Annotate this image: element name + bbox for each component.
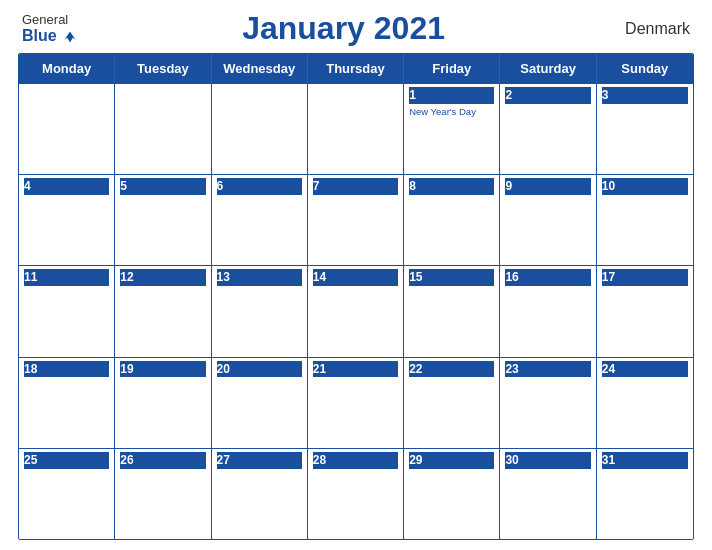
cal-cell-0-6: 3 [597, 84, 693, 174]
header-tuesday: Tuesday [115, 54, 211, 83]
page: General Blue January 2021 Denmark Monday… [0, 0, 712, 550]
day-number: 15 [409, 269, 494, 286]
cal-cell-1-0: 4 [19, 175, 115, 265]
cal-cell-3-5: 23 [500, 358, 596, 448]
calendar-title: January 2021 [77, 10, 610, 47]
day-number: 28 [313, 452, 398, 469]
header: General Blue January 2021 Denmark [18, 10, 694, 47]
cal-cell-4-6: 31 [597, 449, 693, 539]
day-number: 11 [24, 269, 109, 286]
cal-cell-4-2: 27 [212, 449, 308, 539]
cal-cell-4-4: 29 [404, 449, 500, 539]
day-number: 2 [505, 87, 590, 104]
logo-bird-icon [63, 30, 77, 44]
week-row-1: 1New Year's Day23 [19, 83, 693, 174]
header-friday: Friday [404, 54, 500, 83]
day-number: 21 [313, 361, 398, 378]
country-label: Denmark [610, 20, 690, 38]
day-number: 14 [313, 269, 398, 286]
cal-cell-1-2: 6 [212, 175, 308, 265]
cal-cell-4-1: 26 [115, 449, 211, 539]
svg-marker-0 [65, 31, 76, 42]
day-number: 9 [505, 178, 590, 195]
day-number: 5 [120, 178, 205, 195]
logo-general-text: General [22, 13, 68, 27]
day-number: 20 [217, 361, 302, 378]
holiday-label: New Year's Day [409, 106, 494, 118]
cal-cell-2-1: 12 [115, 266, 211, 356]
cal-cell-3-0: 18 [19, 358, 115, 448]
cal-cell-0-5: 2 [500, 84, 596, 174]
day-number: 12 [120, 269, 205, 286]
header-wednesday: Wednesday [212, 54, 308, 83]
cal-cell-1-4: 8 [404, 175, 500, 265]
cal-cell-3-3: 21 [308, 358, 404, 448]
cal-cell-4-5: 30 [500, 449, 596, 539]
day-number: 22 [409, 361, 494, 378]
logo: General Blue [22, 13, 77, 45]
day-number: 18 [24, 361, 109, 378]
day-number: 24 [602, 361, 688, 378]
day-number: 27 [217, 452, 302, 469]
calendar: Monday Tuesday Wednesday Thursday Friday… [18, 53, 694, 540]
logo-blue-text: Blue [22, 27, 77, 45]
day-number: 23 [505, 361, 590, 378]
header-saturday: Saturday [500, 54, 596, 83]
cal-cell-2-4: 15 [404, 266, 500, 356]
cal-cell-0-3 [308, 84, 404, 174]
cal-cell-2-6: 17 [597, 266, 693, 356]
cal-cell-1-3: 7 [308, 175, 404, 265]
header-thursday: Thursday [308, 54, 404, 83]
day-number: 8 [409, 178, 494, 195]
day-number: 13 [217, 269, 302, 286]
cal-cell-0-0 [19, 84, 115, 174]
cal-cell-2-3: 14 [308, 266, 404, 356]
day-number: 16 [505, 269, 590, 286]
day-number: 4 [24, 178, 109, 195]
day-number: 25 [24, 452, 109, 469]
day-number: 19 [120, 361, 205, 378]
cal-cell-1-1: 5 [115, 175, 211, 265]
cal-cell-3-2: 20 [212, 358, 308, 448]
cal-cell-0-1 [115, 84, 211, 174]
day-number: 3 [602, 87, 688, 104]
cal-cell-3-1: 19 [115, 358, 211, 448]
header-sunday: Sunday [597, 54, 693, 83]
day-number: 30 [505, 452, 590, 469]
cal-cell-0-4: 1New Year's Day [404, 84, 500, 174]
day-number: 1 [409, 87, 494, 104]
cal-cell-3-6: 24 [597, 358, 693, 448]
calendar-header: Monday Tuesday Wednesday Thursday Friday… [19, 54, 693, 83]
week-row-5: 25262728293031 [19, 448, 693, 539]
week-row-4: 18192021222324 [19, 357, 693, 448]
calendar-body: 1New Year's Day2345678910111213141516171… [19, 83, 693, 539]
week-row-3: 11121314151617 [19, 265, 693, 356]
cal-cell-3-4: 22 [404, 358, 500, 448]
day-number: 6 [217, 178, 302, 195]
day-number: 29 [409, 452, 494, 469]
header-monday: Monday [19, 54, 115, 83]
day-number: 31 [602, 452, 688, 469]
cal-cell-4-3: 28 [308, 449, 404, 539]
cal-cell-2-2: 13 [212, 266, 308, 356]
cal-cell-2-5: 16 [500, 266, 596, 356]
day-number: 26 [120, 452, 205, 469]
cal-cell-2-0: 11 [19, 266, 115, 356]
cal-cell-4-0: 25 [19, 449, 115, 539]
week-row-2: 45678910 [19, 174, 693, 265]
day-number: 17 [602, 269, 688, 286]
day-number: 10 [602, 178, 688, 195]
cal-cell-1-6: 10 [597, 175, 693, 265]
day-number: 7 [313, 178, 398, 195]
cal-cell-1-5: 9 [500, 175, 596, 265]
cal-cell-0-2 [212, 84, 308, 174]
